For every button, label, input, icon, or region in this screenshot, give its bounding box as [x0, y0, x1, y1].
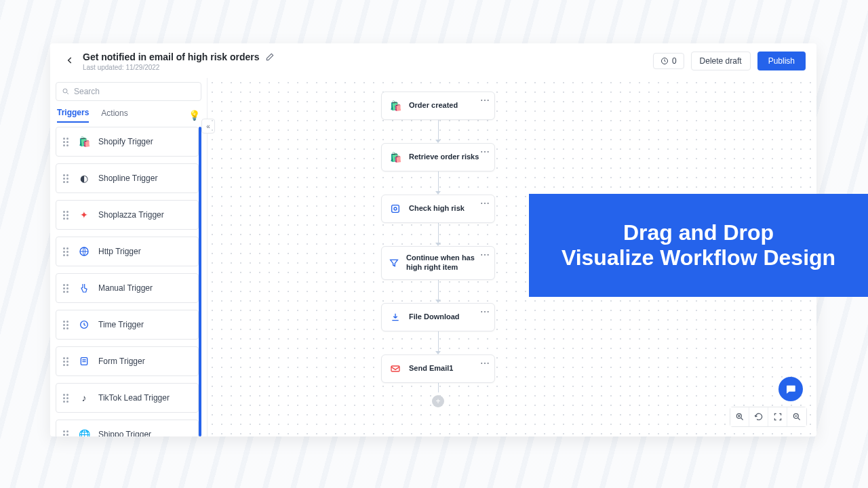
connector [438, 171, 439, 192]
node-menu-button[interactable]: ⋯ [480, 358, 490, 369]
trigger-shoplazza[interactable]: ✦ Shoplazza Trigger [56, 200, 199, 230]
trigger-label: Shoplazza Trigger [98, 210, 164, 220]
drag-handle-icon[interactable] [63, 174, 70, 183]
node-label: Send Email1 [409, 364, 453, 373]
trigger-form[interactable]: Form Trigger [56, 346, 199, 376]
publish-button[interactable]: Publish [757, 52, 806, 70]
node-retrieve-risks[interactable]: 🛍️ Retrieve order risks ⋯ [381, 143, 495, 171]
last-updated-label: Last updated: 11/29/2022 [83, 64, 653, 71]
node-menu-button[interactable]: ⋯ [480, 306, 490, 317]
chevron-left-icon [65, 56, 75, 65]
delete-draft-button[interactable]: Delete draft [691, 52, 751, 70]
drag-handle-icon[interactable] [63, 394, 70, 403]
search-icon [62, 87, 70, 96]
trigger-tiktok[interactable]: ♪ TikTok Lead Trigger [56, 383, 199, 413]
drag-handle-icon[interactable] [63, 321, 70, 329]
trigger-shopify[interactable]: 🛍️ Shopify Trigger [56, 127, 199, 157]
node-menu-button[interactable]: ⋯ [480, 249, 490, 260]
shopify-icon: 🛍️ [78, 136, 90, 148]
drag-handle-icon[interactable] [63, 247, 70, 256]
shopify-icon: 🛍️ [389, 150, 402, 164]
node-label: Check high risk [409, 204, 465, 214]
promo-line-2: Visualize Workflow Design [561, 245, 835, 270]
trigger-list[interactable]: 🛍️ Shopify Trigger ◐ Shopline Trigger ✦ … [56, 127, 201, 436]
sidebar: Search Triggers Actions 💡 🛍️ Shopify Tri… [50, 78, 208, 436]
connector [438, 120, 439, 140]
node-order-created[interactable]: 🛍️ Order created ⋯ [381, 92, 495, 120]
trigger-label: Form Trigger [98, 357, 145, 366]
trigger-label: Time Trigger [98, 320, 144, 329]
workflow-flow: 🛍️ Order created ⋯ 🛍️ Retrieve order ris… [370, 92, 506, 407]
arrow-down-icon [435, 300, 441, 303]
arrow-down-icon [435, 351, 441, 354]
node-menu-button[interactable]: ⋯ [480, 95, 490, 106]
node-label: Retrieve order risks [409, 152, 479, 162]
node-label: Continue when has high right item [406, 253, 488, 272]
connector [438, 383, 439, 392]
connector [438, 223, 439, 243]
run-count-value: 0 [672, 56, 677, 66]
node-check-high-risk[interactable]: Check high risk ⋯ [381, 195, 495, 223]
tips-icon[interactable]: 💡 [189, 110, 200, 121]
tab-actions[interactable]: Actions [101, 108, 127, 122]
drag-handle-icon[interactable] [63, 430, 70, 437]
svg-point-6 [394, 207, 397, 210]
canvas-toolbar [730, 407, 807, 427]
tiktok-icon: ♪ [78, 392, 90, 404]
drag-handle-icon[interactable] [63, 211, 70, 220]
run-counter[interactable]: 0 [653, 53, 684, 69]
trigger-shippo[interactable]: 🌐 Shippo Trigger [56, 420, 199, 436]
node-file-download[interactable]: File Download ⋯ [381, 303, 495, 331]
node-menu-button[interactable]: ⋯ [480, 146, 490, 157]
svg-rect-7 [391, 366, 399, 371]
node-menu-button[interactable]: ⋯ [480, 198, 490, 209]
clock-icon [660, 57, 669, 65]
trigger-label: Shopline Trigger [98, 174, 157, 183]
download-icon [389, 310, 402, 324]
node-label: File Download [409, 312, 460, 322]
trigger-manual[interactable]: Manual Trigger [56, 273, 199, 303]
shopline-icon: ◐ [78, 172, 90, 184]
node-continue-high-risk[interactable]: Continue when has high right item ⋯ [381, 246, 495, 280]
node-label: Order created [409, 101, 458, 110]
trigger-label: TikTok Lead Trigger [98, 393, 170, 403]
refresh-button[interactable] [749, 407, 768, 426]
zoom-in-button[interactable] [730, 407, 749, 426]
form-icon [78, 355, 90, 367]
node-send-email[interactable]: Send Email1 ⋯ [381, 354, 495, 383]
trigger-label: Shopify Trigger [98, 137, 153, 146]
fit-view-button[interactable] [768, 407, 787, 426]
shippo-icon: 🌐 [78, 428, 90, 436]
clock-icon [78, 319, 90, 331]
http-icon [78, 245, 90, 258]
header-bar: Get notified in email of high risk order… [50, 43, 816, 78]
svg-rect-5 [392, 205, 399, 213]
add-node-button[interactable]: + [432, 395, 444, 407]
chat-icon [785, 383, 797, 395]
connector [438, 280, 439, 300]
manual-icon [78, 282, 90, 294]
filter-icon [389, 256, 399, 270]
trigger-shopline[interactable]: ◐ Shopline Trigger [56, 163, 199, 193]
drag-handle-icon[interactable] [63, 138, 70, 146]
tab-triggers[interactable]: Triggers [57, 108, 89, 123]
zoom-out-button[interactable] [787, 407, 806, 426]
back-button[interactable] [61, 52, 79, 69]
search-placeholder: Search [74, 87, 100, 96]
trigger-http[interactable]: Http Trigger [56, 237, 199, 266]
trigger-label: Manual Trigger [98, 283, 153, 293]
edit-icon[interactable] [265, 52, 275, 62]
chat-button[interactable] [778, 377, 803, 401]
svg-point-1 [63, 89, 67, 93]
drag-handle-icon[interactable] [63, 284, 70, 293]
shopify-icon: 🛍️ [389, 99, 402, 113]
trigger-time[interactable]: Time Trigger [56, 310, 199, 340]
trigger-label: Shippo Trigger [98, 430, 151, 436]
connector [438, 331, 439, 352]
promo-banner: Drag and Drop Visualize Workflow Design [529, 194, 868, 297]
scrollbar[interactable] [199, 127, 201, 436]
condition-icon [389, 202, 402, 216]
search-input[interactable]: Search [56, 82, 201, 101]
promo-line-1: Drag and Drop [623, 220, 774, 245]
drag-handle-icon[interactable] [63, 357, 70, 366]
